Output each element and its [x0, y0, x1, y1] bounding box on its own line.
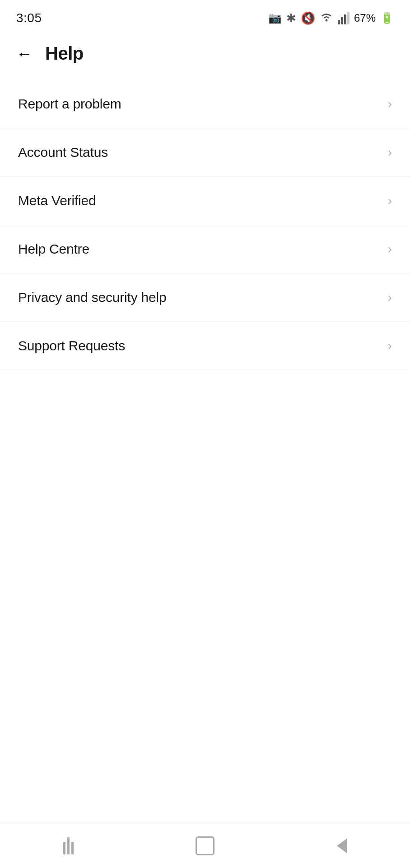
recent-apps-icon: [63, 837, 74, 854]
home-button[interactable]: [182, 832, 228, 859]
menu-item-label-meta-verified: Meta Verified: [18, 193, 96, 208]
home-icon: [196, 836, 214, 855]
menu-item-label-account-status: Account Status: [18, 145, 108, 160]
recent-apps-button[interactable]: [46, 832, 91, 859]
wifi-icon: [320, 11, 333, 25]
menu-item-label-privacy-security: Privacy and security help: [18, 290, 167, 305]
camera-icon: 📷: [268, 12, 282, 24]
menu-item-privacy-security[interactable]: Privacy and security help›: [0, 274, 410, 322]
menu-item-label-support-requests: Support Requests: [18, 338, 125, 354]
menu-item-report-problem[interactable]: Report a problem›: [0, 80, 410, 128]
menu-list: Report a problem›Account Status›Meta Ver…: [0, 80, 410, 370]
bluetooth-icon: ✱: [286, 11, 296, 25]
battery-icon: 🔋: [380, 12, 394, 24]
status-icons: 📷 ✱ 🔇 67% 🔋: [268, 11, 394, 25]
chevron-right-icon: ›: [388, 339, 392, 353]
menu-item-help-centre[interactable]: Help Centre›: [0, 225, 410, 274]
chevron-right-icon: ›: [388, 193, 392, 208]
chevron-right-icon: ›: [388, 290, 392, 305]
back-icon: [337, 839, 347, 853]
chevron-right-icon: ›: [388, 97, 392, 111]
bottom-navigation: [0, 823, 410, 868]
menu-item-support-requests[interactable]: Support Requests›: [0, 322, 410, 370]
chevron-right-icon: ›: [388, 145, 392, 160]
menu-item-account-status[interactable]: Account Status›: [0, 128, 410, 177]
menu-item-label-help-centre: Help Centre: [18, 241, 89, 257]
svg-point-0: [325, 19, 327, 21]
status-bar: 3:05 📷 ✱ 🔇 67% 🔋: [0, 0, 410, 33]
signal-icon: [338, 12, 349, 24]
battery-percent: 67%: [354, 12, 376, 24]
menu-item-meta-verified[interactable]: Meta Verified›: [0, 177, 410, 225]
back-button-header[interactable]: ←: [16, 46, 33, 62]
page-header: ← Help: [0, 33, 410, 75]
menu-item-label-report-problem: Report a problem: [18, 96, 121, 112]
chevron-right-icon: ›: [388, 242, 392, 256]
mute-icon: 🔇: [301, 11, 315, 25]
page-title: Help: [45, 43, 84, 64]
status-time: 3:05: [16, 11, 42, 25]
back-button-nav[interactable]: [319, 832, 364, 859]
